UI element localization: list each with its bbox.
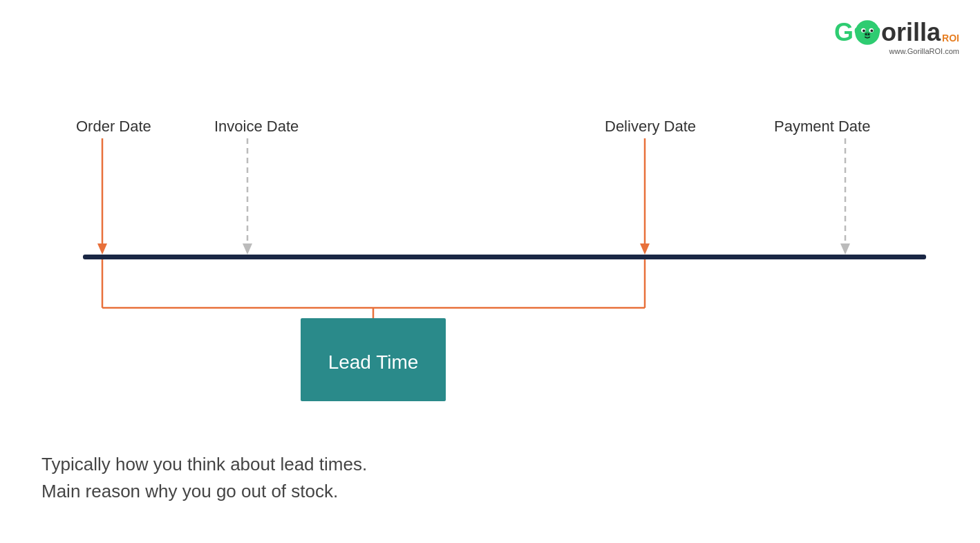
delivery-arrow-head bbox=[640, 243, 650, 255]
timeline-line bbox=[83, 255, 926, 259]
invoice-arrow-head bbox=[243, 243, 252, 255]
payment-arrow-head bbox=[840, 243, 850, 255]
svg-point-6 bbox=[865, 33, 867, 35]
logo-roi: ROI bbox=[942, 33, 959, 43]
logo: G orilla ROI www.GorillaROI.com bbox=[834, 19, 959, 55]
svg-point-7 bbox=[868, 33, 870, 35]
diagram-svg: Order Date Invoice Date Delivery Date Pa… bbox=[41, 97, 940, 429]
svg-point-9 bbox=[876, 28, 880, 34]
order-arrow-head bbox=[97, 243, 107, 255]
logo-rilla: orilla bbox=[881, 20, 941, 45]
gorilla-icon bbox=[854, 19, 880, 46]
svg-point-3 bbox=[863, 30, 865, 33]
svg-point-8 bbox=[855, 28, 859, 34]
delivery-date-label: Delivery Date bbox=[605, 118, 696, 135]
logo-g: G bbox=[834, 20, 854, 45]
svg-point-4 bbox=[871, 30, 874, 33]
order-date-label: Order Date bbox=[76, 118, 151, 135]
lead-time-label: Lead Time bbox=[328, 351, 419, 373]
logo-url: www.GorillaROI.com bbox=[889, 47, 959, 55]
bottom-text-line2: Main reason why you go out of stock. bbox=[41, 478, 367, 505]
bottom-text: Typically how you think about lead times… bbox=[41, 451, 367, 505]
invoice-date-label: Invoice Date bbox=[214, 118, 299, 135]
payment-date-label: Payment Date bbox=[774, 118, 870, 135]
bottom-text-line1: Typically how you think about lead times… bbox=[41, 451, 367, 478]
